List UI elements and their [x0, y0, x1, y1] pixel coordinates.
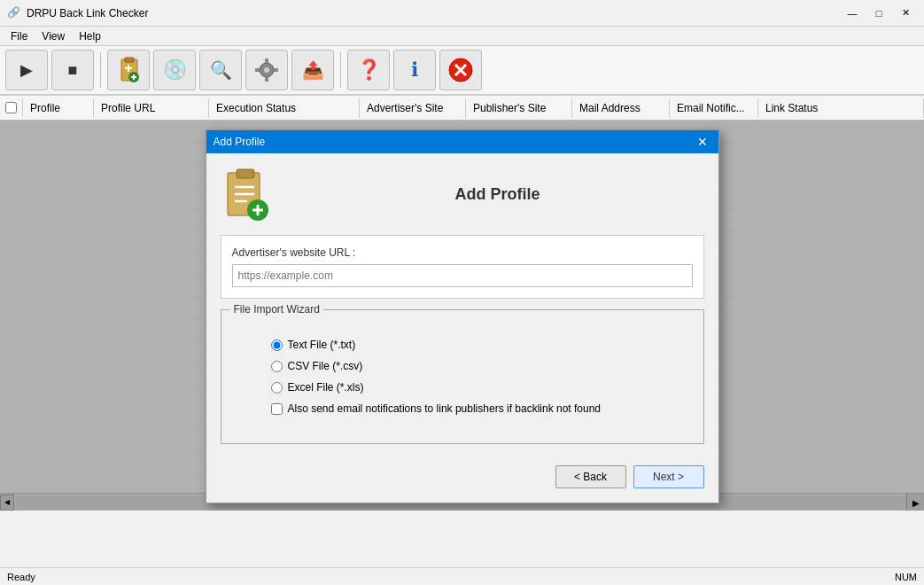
- title-bar: 🔗 DRPU Back Link Checker — □ ✕: [0, 0, 924, 27]
- app-title: DRPU Back Link Checker: [27, 7, 841, 20]
- column-mail-address: Mail Address: [572, 98, 670, 118]
- select-all-checkbox[interactable]: [5, 102, 17, 113]
- add-profile-button[interactable]: [107, 50, 150, 90]
- dialog-footer: < Back Next >: [206, 458, 718, 503]
- email-notification-checkbox-label[interactable]: Also send email notifications to link pu…: [271, 402, 602, 415]
- column-profile: Profile: [23, 98, 94, 118]
- svg-rect-10: [265, 77, 268, 82]
- num-label: NUM: [895, 572, 917, 582]
- status-text: Ready: [7, 572, 35, 582]
- svg-rect-12: [274, 68, 278, 72]
- play-button[interactable]: ▶: [5, 50, 48, 90]
- svg-rect-1: [125, 58, 134, 62]
- toolbar-separator-1: [100, 52, 101, 88]
- svg-point-8: [264, 67, 269, 73]
- dialog-body: Add Profile Advertiser's website URL : F…: [206, 153, 718, 458]
- app-icon: 🔗: [7, 6, 21, 20]
- settings-icon: [253, 57, 280, 83]
- svg-rect-17: [237, 169, 254, 178]
- column-link-status: Link Status: [758, 98, 924, 118]
- dialog-header-icon: [221, 168, 274, 221]
- radio-txt-input[interactable]: [271, 339, 283, 351]
- dialog-header: Add Profile: [221, 168, 704, 221]
- cancel-toolbar-button[interactable]: [439, 50, 482, 90]
- back-button[interactable]: < Back: [555, 465, 626, 488]
- menu-help[interactable]: Help: [72, 28, 108, 44]
- column-email-notific: Email Notific...: [670, 98, 758, 118]
- dialog-close-button[interactable]: ✕: [694, 133, 711, 151]
- search-button[interactable]: 🔍: [199, 50, 242, 90]
- minimize-button[interactable]: —: [841, 4, 864, 22]
- close-button[interactable]: ✕: [894, 4, 917, 22]
- info-button[interactable]: ℹ: [393, 50, 436, 90]
- radio-xls[interactable]: Excel File (*.xls): [271, 381, 364, 394]
- stop-button[interactable]: ■: [51, 50, 94, 90]
- add-profile-dialog: Add Profile ✕: [206, 129, 719, 503]
- column-profile-url: Profile URL: [94, 98, 209, 118]
- cd-button[interactable]: 💿: [153, 50, 196, 90]
- menu-bar: File View Help: [0, 27, 924, 46]
- file-type-radio-group: Text File (*.txt) CSV File (*.csv) Excel…: [236, 321, 689, 433]
- window-controls: — □ ✕: [841, 4, 917, 22]
- menu-file[interactable]: File: [4, 28, 35, 44]
- column-execution-status: Execution Status: [209, 98, 360, 118]
- file-import-wizard: File Import Wizard Text File (*.txt) CSV…: [221, 309, 704, 444]
- email-notification-checkbox[interactable]: [271, 403, 283, 415]
- next-button[interactable]: Next >: [633, 465, 704, 488]
- dialog-title: Add Profile: [214, 136, 694, 148]
- radio-txt[interactable]: Text File (*.txt): [271, 339, 356, 351]
- toolbar: ▶ ■ 💿 🔍 📤 ❓ ℹ: [0, 46, 924, 96]
- advertiser-url-input[interactable]: [232, 264, 693, 287]
- status-bar: Ready NUM: [0, 567, 924, 585]
- modal-overlay: Add Profile ✕: [0, 121, 924, 511]
- clipboard-add-icon: [114, 56, 143, 84]
- file-import-legend: File Import Wizard: [230, 303, 323, 316]
- main-content-area: P-dd.com ◀ ▶ ▶ Add Profile ✕: [0, 121, 924, 511]
- radio-txt-label: Text File (*.txt): [288, 339, 356, 351]
- email-notification-label: Also send email notifications to link pu…: [288, 402, 602, 415]
- cancel-icon: [446, 56, 475, 84]
- advertiser-url-section: Advertiser's website URL :: [221, 235, 704, 299]
- radio-csv-label: CSV File (*.csv): [288, 360, 363, 372]
- radio-csv[interactable]: CSV File (*.csv): [271, 360, 363, 372]
- svg-rect-11: [255, 68, 260, 72]
- dialog-title-bar: Add Profile ✕: [206, 130, 718, 153]
- advertiser-url-label: Advertiser's website URL :: [232, 246, 693, 259]
- help-button[interactable]: ❓: [347, 50, 390, 90]
- table-header: Profile Profile URL Execution Status Adv…: [0, 96, 924, 121]
- radio-xls-input[interactable]: [271, 382, 283, 394]
- svg-rect-9: [265, 58, 268, 63]
- maximize-button[interactable]: □: [867, 4, 890, 22]
- column-publishers-site: Publisher's Site: [466, 98, 572, 118]
- radio-xls-label: Excel File (*.xls): [288, 381, 364, 394]
- toolbar-separator-2: [340, 52, 341, 88]
- column-advertisers-site: Advertiser's Site: [360, 98, 466, 118]
- radio-csv-input[interactable]: [271, 361, 283, 372]
- export-button[interactable]: 📤: [291, 50, 334, 90]
- dialog-heading: Add Profile: [291, 185, 704, 204]
- menu-view[interactable]: View: [35, 28, 72, 44]
- settings-button[interactable]: [245, 50, 288, 90]
- column-check: [0, 98, 23, 117]
